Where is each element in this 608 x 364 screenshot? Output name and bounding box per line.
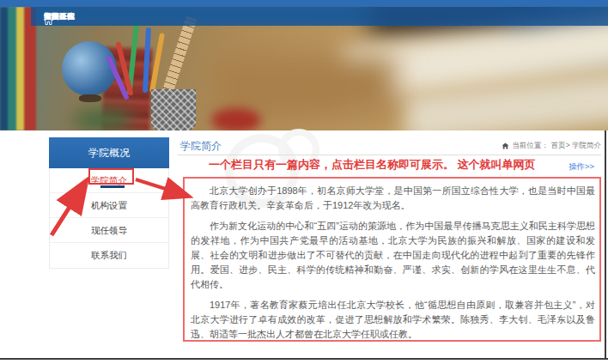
banner-image: 首页 学院概况 新闻公告 师资队伍 专业介绍 教学科研 学生工作 党团工作 资料…: [0, 7, 608, 130]
article-paragraph: 作为新文化运动的中心和“五四”运动的策源地，作为中国最早传播马克思主义和民主科学…: [191, 219, 595, 292]
page-title: 学院简介: [180, 139, 222, 154]
banner-globe-decoration: [62, 41, 117, 96]
breadcrumb-label: 当前位置：: [512, 141, 549, 151]
frame-bottom-line: [0, 358, 608, 360]
sidebar-item-current-leaders[interactable]: 现任领导: [50, 218, 168, 243]
article-paragraph: 北京大学创办于1898年，初名京师大学堂，是中国第一所国立综合性大学，也是当时中…: [191, 184, 595, 213]
sidebar: 学院概况 学院简介 机构设置 现任领导 联系我们: [49, 137, 169, 269]
annotation-row: 一个栏目只有一篇内容，点击栏目名称即可展示。 这个就叫单网页 操作>>: [178, 157, 601, 175]
page: 首页 学院概况 新闻公告 师资队伍 专业介绍 教学科研 学生工作 党团工作 资料…: [0, 0, 608, 364]
nav-item-downloads[interactable]: 资料下载: [40, 7, 48, 26]
breadcrumb: 当前位置： 首页> 学院简介: [502, 141, 601, 151]
banner-green-blur-decoration: [72, 108, 134, 130]
main-nav: 首页 学院概况 新闻公告 师资队伍 专业介绍 教学科研 学生工作 党团工作 资料…: [31, 7, 608, 26]
frame-right-line: [605, 130, 606, 359]
tutorial-annotation-text: 一个栏目只有一篇内容，点击栏目名称即可展示。 这个就叫单网页: [209, 157, 536, 173]
sidebar-item-organization[interactable]: 机构设置: [50, 193, 168, 218]
top-bar: [0, 0, 608, 7]
content-header: 学院简介 当前位置： 首页> 学院简介: [178, 136, 601, 155]
nav-item-label: 资料下载: [44, 7, 75, 26]
breadcrumb-path[interactable]: 首页> 学院简介: [551, 141, 601, 151]
article-red-box: 北京大学创办于1898年，初名京师大学堂，是中国第一所国立综合性大学，也是当时中…: [183, 177, 601, 342]
sidebar-item-highlight-box: [88, 168, 134, 185]
sidebar-title: 学院概况: [49, 137, 169, 168]
active-item-underline: [100, 185, 125, 188]
article-paragraph: 1917年，著名教育家蔡元培出任北京大学校长，他“循思想自由原则，取兼容并包主义…: [191, 298, 595, 342]
banner-globe-stand-decoration: [79, 94, 101, 102]
action-link[interactable]: 操作>>: [568, 161, 594, 173]
banner-pen-cup-decoration: [151, 89, 196, 130]
banner-apple-decoration: [211, 108, 261, 130]
breadcrumb-home-icon: [502, 143, 509, 149]
sidebar-item-contact-us[interactable]: 联系我们: [50, 243, 168, 268]
